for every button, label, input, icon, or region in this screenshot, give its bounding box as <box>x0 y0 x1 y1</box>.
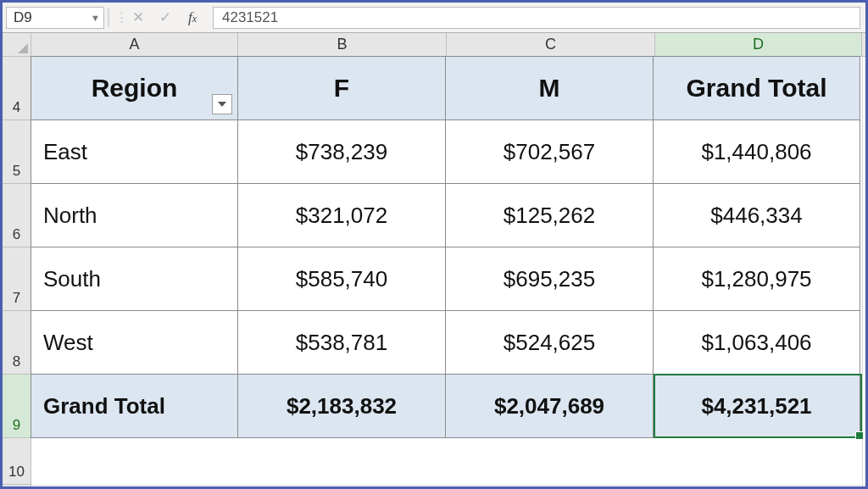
cell[interactable]: $524,625 <box>445 310 654 375</box>
cell[interactable]: $695,235 <box>445 247 654 311</box>
pivot-header-f[interactable]: F <box>237 56 446 120</box>
formula-value: 4231521 <box>222 9 278 26</box>
gridline <box>862 57 863 486</box>
filter-dropdown-button[interactable] <box>212 94 232 114</box>
cell[interactable]: $1,440,806 <box>653 119 860 184</box>
grand-total-f[interactable]: $2,183,832 <box>237 374 446 438</box>
insert-function-button[interactable]: fx <box>181 7 204 29</box>
row-header-8[interactable]: 8 <box>3 311 31 375</box>
pivot-header-grandtotal[interactable]: Grand Total <box>653 56 860 120</box>
close-icon: ✕ <box>132 8 144 26</box>
row-header-4[interactable]: 4 <box>3 57 31 120</box>
table-row: South $585,740 $695,235 $1,280,975 <box>31 247 865 311</box>
cells-area: Region F M Grand Total East $738,239 $70… <box>31 57 865 486</box>
column-headers: A B C D <box>31 33 865 57</box>
cell[interactable]: South <box>31 247 238 311</box>
grand-total-total[interactable]: $4,231,521 <box>653 374 860 438</box>
cell[interactable]: $321,072 <box>237 183 446 247</box>
cell[interactable]: North <box>31 183 238 247</box>
grand-total-m[interactable]: $2,047,689 <box>445 374 654 438</box>
cell[interactable]: $1,280,975 <box>653 247 860 311</box>
table-row: Grand Total $2,183,832 $2,047,689 $4,231… <box>31 375 865 438</box>
cell[interactable]: $125,262 <box>445 183 654 247</box>
cancel-button[interactable]: ✕ <box>126 7 150 29</box>
fx-icon: fx <box>188 9 197 26</box>
formula-input[interactable]: 4231521 <box>213 7 860 29</box>
dots-icon: ⋮ <box>114 8 125 26</box>
grand-total-label[interactable]: Grand Total <box>31 374 238 438</box>
row-header-6[interactable]: 6 <box>3 184 31 247</box>
gridline <box>31 485 865 486</box>
table-row: North $321,072 $125,262 $446,334 <box>31 184 865 247</box>
cell[interactable]: $1,063,406 <box>653 310 860 375</box>
name-box[interactable]: D9 ▼ <box>6 7 104 29</box>
col-header-a[interactable]: A <box>31 33 238 56</box>
divider <box>108 8 109 27</box>
row-header-5[interactable]: 5 <box>3 120 31 184</box>
row-headers: 4 5 6 7 8 9 10 <box>3 57 31 486</box>
excel-window: D9 ▼ ⋮ ✕ ✓ fx 4231521 A B C D 4 5 6 <box>0 0 868 489</box>
formula-bar: D9 ▼ ⋮ ✕ ✓ fx 4231521 <box>3 3 865 33</box>
pivot-header-m[interactable]: M <box>445 56 654 120</box>
enter-button[interactable]: ✓ <box>153 7 177 29</box>
check-icon: ✓ <box>159 8 171 26</box>
cell[interactable]: $585,740 <box>237 247 446 311</box>
table-row: East $738,239 $702,567 $1,440,806 <box>31 120 865 184</box>
row-header-9[interactable]: 9 <box>3 375 31 438</box>
cell[interactable]: West <box>31 310 238 375</box>
cell[interactable]: $702,567 <box>445 119 654 184</box>
row-header-7[interactable]: 7 <box>3 247 31 311</box>
col-header-c[interactable]: C <box>447 33 655 56</box>
pivot-header-region[interactable]: Region <box>31 56 238 120</box>
chevron-down-icon <box>218 102 226 107</box>
cell[interactable]: $538,781 <box>237 310 446 375</box>
chevron-down-icon[interactable]: ▼ <box>91 13 100 23</box>
cell[interactable]: $446,334 <box>653 183 860 247</box>
col-header-d[interactable]: D <box>655 33 862 56</box>
table-row: West $538,781 $524,625 $1,063,406 <box>31 311 865 375</box>
select-all-corner[interactable] <box>3 33 31 57</box>
cell[interactable]: East <box>31 119 238 184</box>
col-header-b[interactable]: B <box>238 33 447 56</box>
name-box-value: D9 <box>14 9 32 26</box>
cell[interactable]: $738,239 <box>237 119 446 184</box>
table-row: Region F M Grand Total <box>31 57 865 120</box>
row-header-10[interactable]: 10 <box>3 438 31 485</box>
worksheet-grid[interactable]: A B C D 4 5 6 7 8 9 10 Region F <box>3 33 865 486</box>
